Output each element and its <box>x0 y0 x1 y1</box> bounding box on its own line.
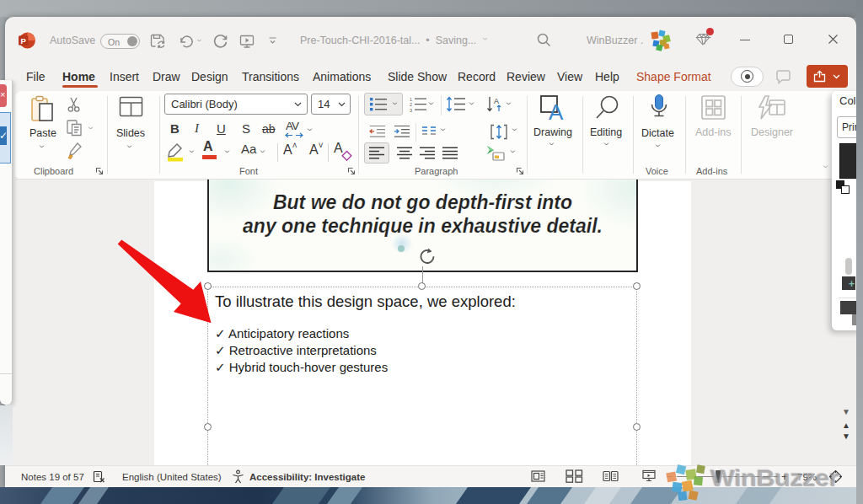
svg-text:A: A <box>494 97 499 105</box>
svg-text:2: 2 <box>410 102 412 107</box>
svg-text:A: A <box>549 99 564 121</box>
svg-text:1: 1 <box>410 97 412 102</box>
svg-text:P: P <box>21 36 27 46</box>
svg-text:3: 3 <box>410 108 412 113</box>
